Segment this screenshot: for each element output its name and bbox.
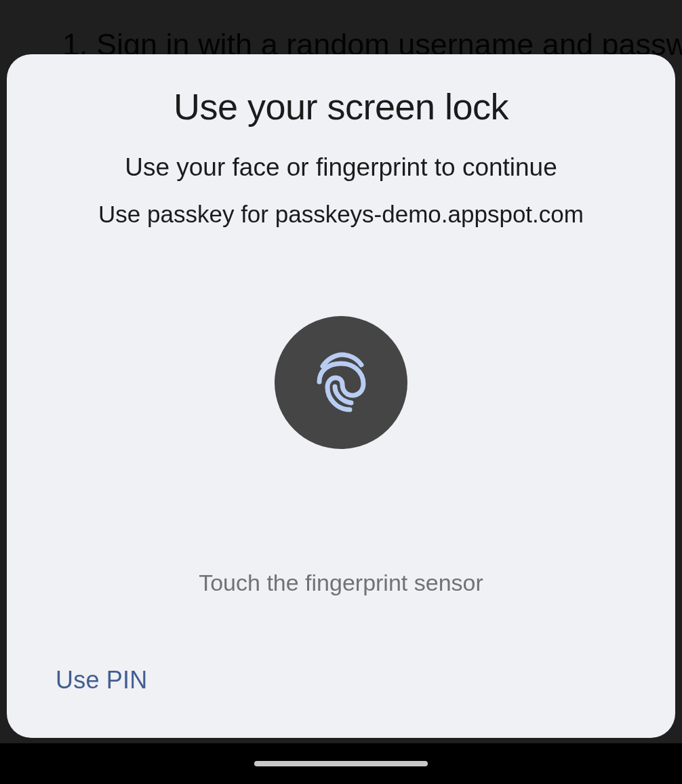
dialog-title: Use your screen lock [174, 85, 508, 128]
fingerprint-icon [307, 349, 375, 416]
system-nav-bar [0, 743, 682, 784]
dialog-actions: Use PIN [56, 666, 147, 694]
use-pin-button[interactable]: Use PIN [56, 666, 147, 694]
dialog-context: Use passkey for passkeys-demo.appspot.co… [98, 201, 584, 228]
fingerprint-sensor-target[interactable] [275, 316, 407, 449]
biometric-prompt-sheet: Use your screen lock Use your face or fi… [7, 54, 675, 738]
dialog-subtitle: Use your face or fingerprint to continue [125, 153, 557, 182]
gesture-handle[interactable] [254, 761, 428, 766]
fingerprint-hint: Touch the fingerprint sensor [199, 570, 483, 596]
